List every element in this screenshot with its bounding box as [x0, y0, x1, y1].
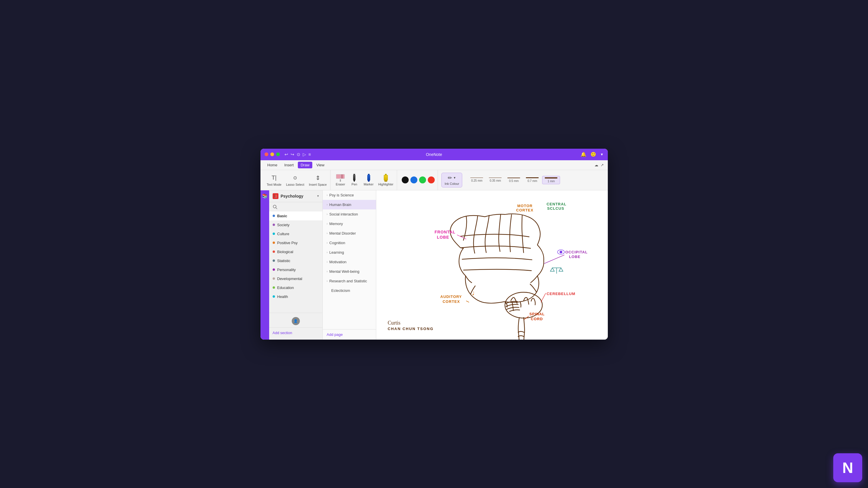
color-black[interactable] — [402, 176, 409, 184]
notebook-header: 📕 Psychology ▾ — [269, 190, 322, 202]
thickness-group: 0.25 mm 0.35 mm 0.5 mm 0.7 mm 1 mm — [466, 170, 562, 190]
insert-space-button[interactable]: ⇕ Insert Space — [307, 173, 329, 188]
section-basic[interactable]: Basic — [269, 212, 322, 220]
more-icon[interactable]: ≡ — [309, 152, 311, 157]
chevron-right-icon: › — [327, 194, 328, 197]
back-icon[interactable]: ↩ — [284, 152, 288, 157]
page-human-brain[interactable]: › Human Brain — [323, 200, 376, 209]
page-eclecticism-label: Eclecticism — [332, 288, 350, 293]
sidebar: 📕 Psychology ▾ Basic Society — [269, 190, 323, 339]
color-swatches-group — [399, 170, 438, 190]
lasso-icon: ⊙ — [291, 174, 299, 182]
lasso-select-button[interactable]: ⊙ Lasso Select — [284, 173, 306, 188]
ink-colour-icon: ✏ ▼ — [448, 175, 456, 181]
nav-forward-icon[interactable]: ▷ — [303, 152, 306, 157]
page-mental-wellbeing[interactable]: › Mental Well-being — [323, 267, 376, 276]
thickness-1[interactable]: 1 mm — [542, 176, 560, 184]
page-cognition[interactable]: › Cognition — [323, 238, 376, 248]
forward-icon[interactable]: ↪ — [290, 152, 294, 157]
page-psy-science[interactable]: › Psy is Science — [323, 190, 376, 200]
highlighter-label: Highlighter — [378, 183, 394, 186]
book-icon[interactable]: 📚 — [262, 193, 268, 199]
chevron-down-icon[interactable]: ▼ — [600, 153, 604, 157]
minimize-button[interactable] — [270, 153, 274, 156]
menu-view[interactable]: View — [313, 162, 327, 168]
section-personality-label: Personality — [277, 268, 296, 272]
svg-text:FRONTAL: FRONTAL — [434, 229, 455, 234]
page-eclecticism[interactable]: Eclecticism — [323, 286, 376, 295]
section-positive-psy-label: Positive Psy — [277, 241, 298, 245]
text-mode-button[interactable]: T| Text Mode — [265, 173, 283, 188]
page-list: › Psy is Science › Human Brain › Social … — [323, 190, 376, 329]
svg-text:CORTEX: CORTEX — [442, 299, 460, 303]
section-personality[interactable]: Personality — [269, 265, 322, 274]
maximize-button[interactable] — [276, 153, 280, 156]
section-developmental-label: Developmental — [277, 276, 303, 281]
chevron-right-icon: › — [327, 270, 328, 273]
page-mental-disorder[interactable]: › Mental Disorder — [323, 229, 376, 238]
canvas-area[interactable]: ♩ MOTOR CORTEX CENTRAL SCLCUS FRONTAL LO… — [376, 190, 608, 339]
section-culture[interactable]: Culture — [269, 229, 322, 238]
section-society[interactable]: Society — [269, 220, 322, 229]
menu-insert[interactable]: Insert — [281, 162, 297, 168]
section-education[interactable]: Education — [269, 283, 322, 292]
nav-controls: ↩ ↪ ⊙ ▷ ≡ — [284, 152, 311, 157]
section-positive-psy[interactable]: Positive Psy — [269, 238, 322, 247]
lasso-label: Lasso Select — [286, 183, 304, 186]
page-social-interaction[interactable]: › Social interaction — [323, 209, 376, 219]
page-motivation[interactable]: › Motivation — [323, 257, 376, 267]
section-developmental[interactable]: Developmental — [269, 274, 322, 283]
color-blue[interactable] — [410, 176, 417, 184]
section-health[interactable]: Health — [269, 292, 322, 301]
title-bar-right: 🔔 🙂 ▼ — [581, 152, 604, 157]
close-button[interactable] — [265, 153, 268, 156]
notification-icon[interactable]: 🔔 — [581, 152, 586, 157]
notebook-title[interactable]: Psychology — [281, 194, 315, 198]
title-bar: ↩ ↪ ⊙ ▷ ≡ OneNote 🔔 🙂 ▼ — [260, 149, 608, 160]
page-motivation-label: Motivation — [329, 260, 346, 264]
chevron-right-icon: › — [327, 280, 328, 283]
pen-button[interactable]: Pen — [348, 173, 361, 187]
sidebar-bottom: 👤 Add section — [269, 313, 322, 339]
eraser-button[interactable]: Eraser — [334, 173, 347, 187]
page-mental-wellbeing-label: Mental Well-being — [329, 269, 360, 274]
thickness-05[interactable]: 0.5 mm — [505, 176, 522, 184]
author-signature: Curtis CHAN CHUN TSONG — [388, 320, 434, 331]
ink-colour-button[interactable]: ✏ ▼ Ink Colour — [441, 173, 462, 188]
add-page-button[interactable]: Add page — [323, 329, 376, 339]
highlighter-button[interactable]: Highlighter — [376, 173, 395, 187]
drawing-tool-group: Eraser Pen Marker — [332, 170, 397, 190]
page-human-brain-label: Human Brain — [329, 202, 351, 207]
svg-text:LOBE: LOBE — [569, 255, 580, 259]
emoji-icon[interactable]: 🙂 — [590, 152, 596, 157]
share-icon[interactable]: ↗ — [600, 163, 604, 167]
color-red[interactable] — [428, 176, 435, 184]
page-mental-disorder-label: Mental Disorder — [329, 231, 356, 235]
cloud-icon[interactable]: ☁ — [594, 163, 598, 167]
marker-button[interactable]: Marker — [362, 173, 375, 187]
menu-home[interactable]: Home — [265, 162, 280, 168]
thickness-025[interactable]: 0.25 mm — [468, 176, 485, 184]
svg-text:CORD: CORD — [530, 317, 543, 321]
section-statistic[interactable]: Statistic — [269, 256, 322, 265]
thickness-07[interactable]: 0.7 mm — [524, 176, 541, 184]
page-memory[interactable]: › Memory — [323, 219, 376, 229]
search-button[interactable] — [269, 202, 322, 212]
pen-label: Pen — [352, 183, 358, 186]
eraser-label: Eraser — [336, 183, 345, 186]
page-research-statistic[interactable]: › Research and Statistic — [323, 276, 376, 286]
insert-space-label: Insert Space — [309, 183, 327, 186]
user-avatar[interactable]: 👤 — [292, 317, 300, 325]
thickness-035[interactable]: 0.35 mm — [487, 176, 504, 184]
app-window: ↩ ↪ ⊙ ▷ ≡ OneNote 🔔 🙂 ▼ Home Insert Draw… — [260, 149, 608, 339]
home-icon[interactable]: ⊙ — [297, 152, 301, 157]
add-section-button[interactable]: Add section — [269, 327, 322, 338]
svg-text:MOTOR: MOTOR — [517, 203, 532, 208]
section-biological[interactable]: Biological — [269, 247, 322, 256]
chevron-right-icon: › — [327, 241, 328, 245]
menu-draw[interactable]: Draw — [298, 162, 312, 168]
color-green[interactable] — [419, 176, 426, 184]
chevron-down-icon[interactable]: ▾ — [317, 194, 319, 198]
svg-text:CEREBELLUM: CEREBELLUM — [547, 292, 575, 296]
page-learning[interactable]: › Learning — [323, 248, 376, 257]
